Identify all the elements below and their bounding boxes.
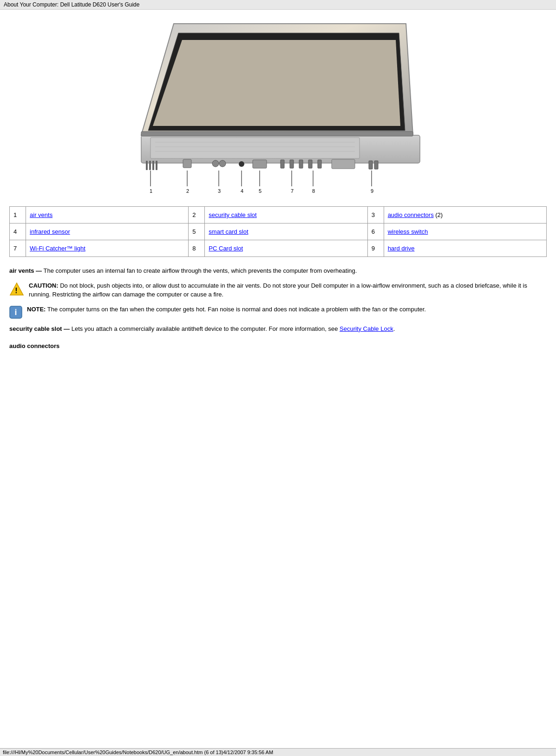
caution-icon: ! [9,282,24,297]
svg-rect-24 [369,161,373,169]
svg-rect-17 [253,160,267,168]
svg-rect-13 [183,159,191,168]
svg-marker-7 [153,40,400,126]
security-cable-lock-link[interactable]: Security Cable Lock [340,325,393,332]
audio-connectors-section-heading: audio connectors [9,342,547,349]
svg-rect-16 [239,161,244,167]
svg-text:9: 9 [371,188,373,194]
table-cell-label: security cable slot [205,207,367,224]
laptop-image: 1 2 3 4 5 7 8 9 [104,19,452,196]
infrared-sensor-link[interactable]: infrared sensor [30,228,70,235]
svg-rect-8 [141,131,413,136]
caution-box: ! CAUTION: Do not block, push objects in… [9,281,547,299]
wifi-catcher-link[interactable]: Wi-Fi Catcher™ light [30,245,85,252]
svg-rect-10 [149,161,151,170]
security-cable-slot-heading: security cable slot — [9,325,70,332]
table-cell-num: 3 [367,207,384,224]
svg-rect-1 [150,138,360,158]
table-cell-label: infrared sensor [26,224,189,240]
note-text: NOTE: The computer turns on the fan when… [27,305,426,314]
air-vents-link[interactable]: air vents [30,211,52,218]
table-cell-num: 6 [367,224,384,240]
table-cell-label: hard drive [384,240,546,257]
table-cell-label: smart card slot [205,224,367,240]
audio-connectors-link[interactable]: audio connectors [388,211,434,218]
table-cell-num: 1 [10,207,26,224]
table-cell-label: PC Card slot [205,240,367,257]
wireless-switch-link[interactable]: wireless switch [388,228,428,235]
note-icon: i [9,306,22,319]
note-label: NOTE: [27,306,46,313]
svg-text:5: 5 [259,188,262,194]
pc-card-slot-link[interactable]: PC Card slot [209,245,243,252]
note-box: i NOTE: The computer turns on the fan wh… [9,305,547,319]
caution-text: CAUTION: Do not block, push objects into… [29,281,547,299]
status-bar: file:///Hl/My%20Documents/Cellular/User%… [0,748,556,756]
svg-rect-18 [281,160,284,168]
security-cable-slot-description: security cable slot — Lets you attach a … [9,324,547,334]
svg-rect-22 [318,160,321,168]
air-vents-heading: air vents — [9,267,42,274]
svg-text:3: 3 [218,188,221,194]
svg-text:!: ! [15,287,17,295]
hard-drive-link[interactable]: hard drive [388,245,415,252]
svg-text:8: 8 [312,188,315,194]
table-cell-num: 4 [10,224,26,240]
table-cell-num: 2 [189,207,205,224]
svg-rect-19 [290,160,294,168]
table-cell-num: 5 [189,224,205,240]
air-vents-text: The computer uses an internal fan to cre… [42,267,357,274]
svg-text:7: 7 [291,188,294,194]
table-cell-num: 8 [189,240,205,257]
table-cell-num: 9 [367,240,384,257]
svg-text:4: 4 [241,188,243,194]
table-row: 7 Wi-Fi Catcher™ light 8 PC Card slot 9 … [10,240,547,257]
svg-rect-9 [146,161,148,170]
svg-point-14 [212,160,219,167]
air-vents-description: air vents — The computer uses an interna… [9,266,547,276]
caution-label: CAUTION: [29,282,59,289]
svg-text:1: 1 [150,188,152,194]
table-cell-num: 7 [10,240,26,257]
security-cable-slot-link[interactable]: security cable slot [209,211,256,218]
svg-rect-23 [332,159,355,169]
svg-rect-11 [152,161,154,170]
table-cell-label: air vents [26,207,189,224]
svg-rect-25 [374,161,378,169]
svg-rect-20 [299,160,303,168]
svg-text:2: 2 [186,188,189,194]
svg-rect-12 [156,161,157,170]
table-cell-label: Wi-Fi Catcher™ light [26,240,189,257]
feature-table: 1 air vents 2 security cable slot 3 audi… [9,206,547,257]
svg-rect-21 [308,160,312,168]
table-row: 1 air vents 2 security cable slot 3 audi… [10,207,547,224]
table-cell-label: wireless switch [384,224,546,240]
svg-point-15 [219,160,226,167]
svg-text:i: i [14,308,17,317]
title-bar: About Your Computer: Dell Latitude D620 … [0,0,556,10]
smart-card-slot-link[interactable]: smart card slot [209,228,248,235]
title-bar-text: About Your Computer: Dell Latitude D620 … [4,1,139,8]
status-bar-text: file:///Hl/My%20Documents/Cellular/User%… [3,749,273,755]
table-cell-label: audio connectors (2) [384,207,546,224]
audio-connectors-heading-text: audio connectors [9,342,59,349]
laptop-image-container: 1 2 3 4 5 7 8 9 [9,19,547,197]
table-row: 4 infrared sensor 5 smart card slot 6 wi… [10,224,547,240]
